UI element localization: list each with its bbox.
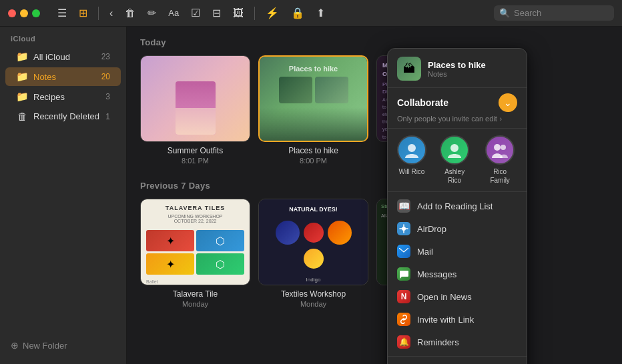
menu-item-invite-label: Invite with Link [417, 315, 474, 325]
toolbar-separator [98, 7, 99, 20]
participant-ashley-name: Ashley Rico [437, 167, 472, 185]
sidebar-item-notes[interactable]: 📁 Notes 20 [5, 67, 121, 86]
traffic-lights [8, 9, 40, 17]
participant-ashley-avatar [440, 135, 469, 165]
main-layout: iCloud 📁 All iCloud 23 📁 Notes 20 📁 Reci… [0, 27, 622, 364]
svg-point-9 [408, 144, 416, 152]
previous-notes-grid: TALAVERA TILES UPCOMING WORKSHOPOCTOBER … [140, 199, 609, 308]
sidebar-item-recipes[interactable]: 📁 Recipes 3 [5, 87, 121, 106]
invite-link-icon [397, 313, 410, 326]
news-icon: N [397, 290, 410, 303]
sidebar-item-count: 23 [101, 52, 110, 61]
mail-icon [397, 245, 410, 258]
context-menu-note-icon: 🏔 [397, 57, 421, 81]
collaborate-label: Collaborate [397, 97, 448, 108]
delete-button[interactable]: 🗑 [121, 5, 139, 22]
menu-item-messages-label: Messages [417, 269, 456, 279]
context-menu-note-header: 🏔 Places to hike Notes [388, 49, 527, 88]
menu-item-add-reading-list[interactable]: 📖 Add to Reading List [388, 195, 527, 217]
note-thumbnail-textiles: NATURAL DYES! IndigoSaffron [258, 199, 368, 285]
note-thumbnail-talavera: TALAVERA TILES UPCOMING WORKSHOPOCTOBER … [140, 199, 250, 285]
svg-point-13 [402, 227, 406, 231]
messages-icon [397, 267, 410, 281]
menu-item-reminders[interactable]: 🔔 Reminders [388, 331, 527, 353]
lock-button[interactable]: 🔒 [287, 4, 308, 22]
sidebar-item-recently-deleted-label: Recently Deleted [33, 111, 100, 121]
compose-button[interactable]: ✏ [143, 4, 160, 22]
share-menu-items: 📖 Add to Reading List AirDrop Mail [388, 192, 527, 357]
textiles-image: NATURAL DYES! IndigoSaffron [259, 199, 368, 285]
menu-item-airdrop[interactable]: AirDrop [388, 217, 527, 240]
sidebar-item-notes-count: 20 [101, 72, 110, 81]
participant-will-rico[interactable]: Will Rico [397, 135, 426, 185]
context-menu-note-info: Places to hike Notes [428, 60, 486, 78]
svg-point-11 [494, 144, 501, 151]
today-section-title: Today [140, 37, 609, 47]
participant-will-name: Will Rico [399, 167, 425, 176]
search-input[interactable] [514, 8, 609, 18]
collaborate-sublabel: Only people you invite can edit › [397, 115, 517, 123]
participant-will-avatar [397, 135, 426, 165]
previous-7days-title: Previous 7 Days [140, 181, 609, 191]
content-area: Today Summer Outfits 8:0 [127, 27, 622, 364]
reading-list-icon: 📖 [397, 199, 410, 213]
minimize-button[interactable] [20, 9, 28, 17]
checklist-button[interactable]: ☑ [187, 4, 204, 22]
participants-section: Will Rico Ashley Rico Rico Family [388, 129, 527, 192]
menu-item-messages[interactable]: Messages [388, 263, 527, 285]
collaborate-toolbar-button[interactable]: ⚡ [262, 4, 283, 22]
share-button[interactable]: ⬆ [312, 4, 329, 22]
collaborate-toggle-button[interactable]: ⌄ [499, 93, 517, 112]
menu-item-open-in-news[interactable]: N Open in News [388, 285, 527, 308]
note-card-textiles[interactable]: NATURAL DYES! IndigoSaffron Textiles Wor… [258, 199, 368, 308]
summer-outfits-image [141, 56, 250, 141]
note-card-places-to-hike[interactable]: Places to hike Places to hike 8:00 PM [258, 55, 368, 165]
sidebar: iCloud 📁 All iCloud 23 📁 Notes 20 📁 Reci… [0, 27, 127, 364]
participant-ashley-rico[interactable]: Ashley Rico [437, 135, 472, 185]
grid-view-button[interactable]: ⊞ [75, 4, 91, 22]
format-button[interactable]: Aa [164, 5, 183, 21]
sidebar-item-recipes-count: 3 [105, 92, 110, 101]
search-bar[interactable]: 🔍 [494, 5, 614, 21]
toolbar: ☰ ⊞ ‹ 🗑 ✏ Aa ☑ ⊟ 🖼 ⚡ 🔒 ⬆ 🔍 [53, 4, 614, 22]
note-time-places: 8:00 PM [258, 157, 368, 165]
trash-icon: 🗑 [16, 111, 28, 122]
note-thumbnail-places: Places to hike [258, 55, 368, 142]
participant-family-avatar [485, 135, 515, 165]
note-title-places: Places to hike [258, 146, 368, 155]
maximize-button[interactable] [32, 9, 40, 17]
sidebar-item-recently-deleted[interactable]: 🗑 Recently Deleted 1 [5, 107, 121, 125]
context-menu: 🏔 Places to hike Notes Collaborate ⌄ Onl… [387, 48, 527, 364]
svg-point-12 [501, 145, 506, 150]
close-button[interactable] [8, 9, 16, 17]
sidebar-item-recently-deleted-count: 1 [105, 112, 110, 121]
sidebar-item-label: All iCloud [33, 52, 96, 62]
context-menu-note-title: Places to hike [428, 60, 486, 70]
note-card-talavera[interactable]: TALAVERA TILES UPCOMING WORKSHOPOCTOBER … [140, 199, 250, 308]
collaborate-arrow-icon: › [500, 115, 502, 123]
sidebar-item-recipes-label: Recipes [33, 92, 100, 102]
collaborate-sublabel-text: Only people you invite can edit [397, 115, 497, 123]
menu-footer: Copy Link Edit Extensions... [388, 357, 527, 364]
media-button[interactable]: 🖼 [229, 5, 248, 22]
sidebar-section-label: iCloud [0, 35, 126, 47]
recipes-folder-icon: 📁 [16, 91, 28, 103]
back-button[interactable]: ‹ [105, 5, 117, 22]
sidebar-item-notes-label: Notes [33, 72, 96, 82]
menu-item-invite-with-link[interactable]: Invite with Link [388, 308, 527, 331]
menu-item-airdrop-label: AirDrop [417, 224, 446, 234]
menu-item-mail[interactable]: Mail [388, 240, 527, 263]
content-scroll: Today Summer Outfits 8:0 [127, 27, 622, 364]
list-view-button[interactable]: ☰ [53, 4, 71, 22]
table-button[interactable]: ⊟ [208, 4, 225, 22]
toolbar-separator-2 [254, 7, 255, 20]
participant-rico-family[interactable]: Rico Family [483, 135, 517, 185]
new-folder-button[interactable]: ⊕ New Folder [0, 335, 126, 356]
today-notes-grid: Summer Outfits 8:01 PM Places to hike [140, 55, 609, 165]
notes-folder-icon: 📁 [16, 71, 28, 83]
sidebar-item-all-icloud[interactable]: 📁 All iCloud 23 [5, 47, 121, 66]
menu-item-copy-link[interactable]: Copy Link [388, 359, 527, 364]
collaborate-row: Collaborate ⌄ [397, 93, 517, 112]
note-card-summer-outfits[interactable]: Summer Outfits 8:01 PM [140, 55, 250, 165]
places-image: Places to hike [260, 57, 367, 141]
